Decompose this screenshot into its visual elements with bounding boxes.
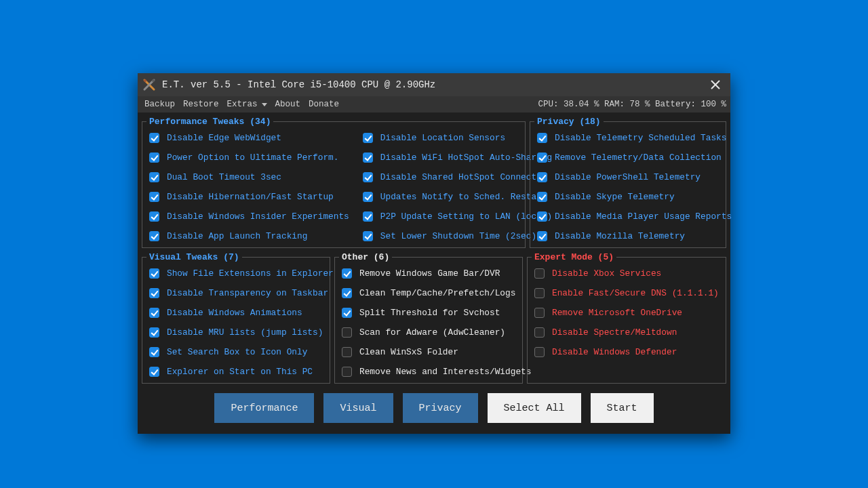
- privacy-item-0[interactable]: Disable Telemetry Scheduled Tasks: [534, 131, 722, 145]
- perf-item-a5-checkbox[interactable]: [149, 231, 159, 241]
- other-item-5[interactable]: Remove News and Interests/Widgets: [339, 365, 518, 379]
- perf-item-b1-checkbox[interactable]: [363, 152, 373, 163]
- perf-item-b3[interactable]: Updates Notify to Sched. Restart: [360, 190, 552, 204]
- privacy-item-2[interactable]: Disable PowerShell Telemetry: [534, 170, 722, 184]
- privacy-item-2-checkbox[interactable]: [537, 172, 547, 182]
- privacy-item-2-label: Disable PowerShell Telemetry: [555, 172, 701, 182]
- perf-item-b0-checkbox[interactable]: [363, 133, 373, 143]
- close-button[interactable]: [706, 75, 725, 94]
- visual-item-5-checkbox[interactable]: [149, 367, 159, 377]
- panel-visual: Visual Tweaks (7) Show File Extensions i…: [142, 252, 330, 384]
- perf-item-a5[interactable]: Disable App Launch Tracking: [146, 229, 349, 243]
- perf-item-b5[interactable]: Set Lower Shutdown Time (2sec): [360, 229, 552, 243]
- visual-item-1[interactable]: Disable Transparency on Taskbar: [146, 286, 326, 300]
- privacy-item-1[interactable]: Remove Telemetry/Data Collection: [534, 150, 722, 165]
- perf-item-a1-checkbox[interactable]: [149, 152, 159, 163]
- other-item-2[interactable]: Split Threshold for Svchost: [339, 306, 518, 320]
- privacy-item-4[interactable]: Disable Media Player Usage Reports: [534, 209, 722, 224]
- select-all-button[interactable]: Select All: [488, 393, 581, 423]
- visual-item-0[interactable]: Show File Extensions in Explorer: [146, 266, 326, 281]
- privacy-item-5-checkbox[interactable]: [537, 231, 547, 241]
- perf-item-a4[interactable]: Disable Windows Insider Experiments: [146, 209, 349, 224]
- visual-item-1-checkbox[interactable]: [149, 288, 159, 298]
- menu-about[interactable]: About: [273, 98, 304, 110]
- perf-item-b0[interactable]: Disable Location Sensors: [360, 131, 552, 145]
- perf-item-a1[interactable]: Power Option to Ultimate Perform.: [146, 150, 349, 165]
- perf-item-b0-label: Disable Location Sensors: [380, 133, 505, 143]
- perf-item-b4-checkbox[interactable]: [363, 211, 373, 222]
- other-item-4[interactable]: Clean WinSxS Folder: [339, 345, 518, 359]
- expert-item-0-checkbox[interactable]: [534, 268, 545, 279]
- perf-item-b2[interactable]: Disable Shared HotSpot Connect: [360, 170, 552, 184]
- other-item-3[interactable]: Scan for Adware (AdwCleaner): [339, 325, 518, 340]
- perf-item-b3-label: Updates Notify to Sched. Restart: [380, 192, 547, 202]
- visual-item-2-checkbox[interactable]: [149, 308, 159, 318]
- privacy-item-5[interactable]: Disable Mozilla Telemetry: [534, 229, 722, 243]
- expert-item-4[interactable]: Disable Windows Defender: [532, 345, 722, 359]
- perf-item-b2-label: Disable Shared HotSpot Connect: [380, 172, 536, 182]
- other-item-0[interactable]: Remove Windows Game Bar/DVR: [339, 266, 518, 281]
- expert-item-4-checkbox[interactable]: [534, 347, 545, 357]
- perf-item-a0-checkbox[interactable]: [149, 133, 159, 143]
- expert-item-2[interactable]: Remove Microsoft OneDrive: [532, 306, 722, 320]
- perf-item-b4[interactable]: P2P Update Setting to LAN (local): [360, 209, 552, 224]
- privacy-item-0-label: Disable Telemetry Scheduled Tasks: [555, 133, 726, 143]
- other-item-1[interactable]: Clean Temp/Cache/Prefetch/Logs: [339, 286, 518, 300]
- performance-button[interactable]: Performance: [214, 393, 314, 423]
- perf-item-a3-checkbox[interactable]: [149, 192, 159, 202]
- privacy-button[interactable]: Privacy: [403, 393, 478, 423]
- visual-item-4[interactable]: Set Search Box to Icon Only: [146, 345, 326, 359]
- svg-point-2: [144, 79, 146, 82]
- visual-item-4-label: Set Search Box to Icon Only: [167, 347, 307, 357]
- perf-item-a0[interactable]: Disable Edge WebWidget: [146, 131, 349, 145]
- menu-donate[interactable]: Donate: [306, 98, 342, 110]
- content-area: Performance Tweaks (34) Disable Edge Web…: [138, 113, 730, 434]
- privacy-item-3[interactable]: Disable Skype Telemetry: [534, 190, 722, 204]
- expert-item-3-checkbox[interactable]: [534, 327, 545, 338]
- menu-extras[interactable]: Extras: [224, 98, 270, 110]
- privacy-item-4-checkbox[interactable]: [537, 211, 547, 222]
- visual-item-5[interactable]: Explorer on Start on This PC: [146, 365, 326, 379]
- visual-item-5-label: Explorer on Start on This PC: [167, 367, 313, 377]
- perf-item-b1[interactable]: Disable WiFi HotSpot Auto-Sharing: [360, 150, 552, 165]
- expert-item-0[interactable]: Disable Xbox Services: [532, 266, 722, 281]
- panel-expert: Expert Mode (5) Disable Xbox ServicesEna…: [527, 252, 726, 384]
- expert-item-2-checkbox[interactable]: [534, 308, 545, 318]
- privacy-item-0-checkbox[interactable]: [537, 133, 547, 143]
- privacy-item-5-label: Disable Mozilla Telemetry: [555, 231, 685, 241]
- other-item-1-checkbox[interactable]: [342, 288, 352, 298]
- svg-point-3: [152, 79, 155, 82]
- perf-item-b2-checkbox[interactable]: [363, 172, 373, 182]
- perf-item-b5-checkbox[interactable]: [363, 231, 373, 241]
- perf-item-a3-label: Disable Hibernation/Fast Startup: [167, 192, 334, 202]
- start-button[interactable]: Start: [591, 393, 654, 423]
- perf-item-a2-checkbox[interactable]: [149, 172, 159, 182]
- visual-item-2[interactable]: Disable Windows Animations: [146, 306, 326, 320]
- expert-item-3[interactable]: Disable Spectre/Meltdown: [532, 325, 722, 340]
- visual-item-3[interactable]: Disable MRU lists (jump lists): [146, 325, 326, 340]
- other-item-5-checkbox[interactable]: [342, 367, 352, 377]
- perf-item-a2[interactable]: Dual Boot Timeout 3sec: [146, 170, 349, 184]
- perf-item-b3-checkbox[interactable]: [363, 192, 373, 202]
- perf-item-a3[interactable]: Disable Hibernation/Fast Startup: [146, 190, 349, 204]
- menu-backup[interactable]: Backup: [142, 98, 178, 110]
- visual-item-4-checkbox[interactable]: [149, 347, 159, 357]
- privacy-item-1-checkbox[interactable]: [537, 152, 547, 163]
- expert-item-1[interactable]: Enable Fast/Secure DNS (1.1.1.1): [532, 286, 722, 300]
- visual-item-3-checkbox[interactable]: [149, 327, 159, 338]
- expert-item-1-checkbox[interactable]: [534, 288, 545, 298]
- menu-restore[interactable]: Restore: [180, 98, 222, 110]
- other-item-2-checkbox[interactable]: [342, 308, 352, 318]
- other-item-3-label: Scan for Adware (AdwCleaner): [359, 327, 505, 338]
- visual-item-0-checkbox[interactable]: [149, 268, 159, 279]
- panel-performance: Performance Tweaks (34) Disable Edge Web…: [142, 117, 526, 248]
- other-item-3-checkbox[interactable]: [342, 327, 352, 338]
- perf-item-a5-label: Disable App Launch Tracking: [167, 231, 307, 241]
- visual-button[interactable]: Visual: [323, 393, 393, 423]
- other-item-4-checkbox[interactable]: [342, 347, 352, 357]
- privacy-item-3-checkbox[interactable]: [537, 192, 547, 202]
- privacy-item-1-label: Remove Telemetry/Data Collection: [555, 152, 722, 163]
- other-item-0-checkbox[interactable]: [342, 268, 352, 279]
- perf-item-b5-label: Set Lower Shutdown Time (2sec): [380, 231, 536, 241]
- perf-item-a4-checkbox[interactable]: [149, 211, 159, 222]
